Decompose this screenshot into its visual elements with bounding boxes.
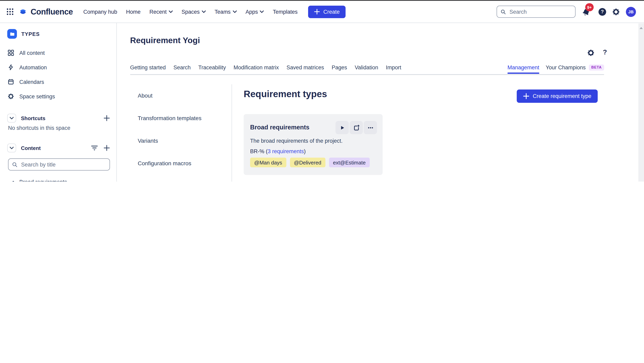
shortcuts-title: Shortcuts: [21, 115, 45, 121]
sidebar-item-space-settings[interactable]: Space settings: [0, 89, 116, 104]
plus-icon: [314, 9, 320, 15]
submenu-item-variants[interactable]: Variants: [133, 129, 232, 152]
tab-validation[interactable]: Validation: [355, 65, 378, 71]
calendar-icon: [8, 79, 14, 85]
card-actions: [336, 121, 377, 134]
tab-modification-matrix[interactable]: Modification matrix: [234, 65, 279, 71]
tab-pages[interactable]: Pages: [332, 65, 347, 71]
label-pill[interactable]: ext@Estimate: [329, 158, 370, 167]
card-title: Broad requirements: [250, 124, 310, 131]
confluence-wordmark: Confluence: [30, 7, 73, 16]
requirements-count-link[interactable]: 3 requirements: [268, 148, 304, 154]
ry-help-icon[interactable]: ?: [603, 48, 607, 56]
shortcuts-empty-text: No shortcuts in this space: [8, 125, 70, 131]
search-by-title-input[interactable]: [20, 161, 106, 168]
card-labels: @Man days @Delivered ext@Estimate: [250, 158, 370, 167]
search-icon: [12, 161, 18, 168]
run-button[interactable]: [336, 121, 349, 134]
card-key-line: BR-% (3 requirements): [250, 148, 306, 154]
space-header[interactable]: TYPES: [7, 29, 40, 39]
lightning-icon: [8, 64, 14, 71]
search-icon: [500, 9, 506, 15]
shortcuts-section-header: Shortcuts: [7, 113, 110, 123]
add-shortcut-icon[interactable]: [104, 115, 110, 121]
scrollbar-up-arrow-icon[interactable]: [640, 27, 643, 29]
content-collapse-button[interactable]: [7, 144, 16, 152]
submenu-item-key-suggestions[interactable]: Key suggestions: [133, 175, 232, 182]
nav-item-home[interactable]: Home: [126, 9, 140, 15]
topnav-right-cluster: 9+ ? JB: [496, 5, 636, 18]
beta-badge: BETA: [589, 65, 604, 71]
submenu-item-about[interactable]: About: [133, 84, 232, 107]
label-pill[interactable]: @Delivered: [290, 158, 325, 167]
vertical-scrollbar[interactable]: [638, 23, 644, 182]
tab-saved-matrices[interactable]: Saved matrices: [286, 65, 324, 71]
tab-getting-started[interactable]: Getting started: [130, 65, 166, 71]
sidebar-search[interactable]: [8, 158, 110, 171]
tab-your-champions[interactable]: Your Champions BETA: [546, 65, 604, 71]
user-avatar[interactable]: JB: [626, 7, 636, 17]
confluence-window: Confluence Company hub Home Recent Space…: [0, 0, 644, 182]
bullet-dot: [12, 181, 14, 182]
chevron-down-icon: [232, 11, 236, 13]
nav-item-spaces[interactable]: Spaces: [182, 9, 206, 15]
tab-divider: [130, 74, 604, 75]
chevron-down-icon: [169, 11, 173, 13]
confluence-logo[interactable]: Confluence: [19, 7, 73, 16]
nav-item-teams[interactable]: Teams: [215, 9, 237, 15]
nav-item-recent[interactable]: Recent: [150, 9, 173, 15]
submenu-item-configuration-macros[interactable]: Configuration macros: [133, 152, 232, 175]
chevron-down-icon: [10, 147, 14, 149]
app-switcher-icon[interactable]: [6, 8, 14, 15]
tab-import[interactable]: Import: [386, 65, 401, 71]
label-pill[interactable]: @Man days: [250, 158, 286, 167]
search-input[interactable]: [509, 8, 572, 15]
space-name: TYPES: [21, 31, 40, 37]
play-icon: [339, 125, 345, 130]
chevron-down-icon: [202, 11, 206, 13]
sidebar-item-automation[interactable]: Automation: [0, 60, 116, 75]
nav-item-apps[interactable]: Apps: [246, 9, 264, 15]
more-actions-button[interactable]: [364, 121, 377, 134]
chevron-down-icon: [260, 11, 264, 13]
nav-item-templates[interactable]: Templates: [273, 9, 298, 15]
sidebar-item-calendars[interactable]: Calendars: [0, 75, 116, 89]
shortcuts-collapse-button[interactable]: [7, 114, 16, 123]
plus-icon: [523, 93, 529, 99]
chevron-down-icon: [10, 117, 14, 119]
filter-icon[interactable]: [91, 145, 98, 151]
create-requirement-type-button[interactable]: Create requirement type: [517, 90, 598, 103]
panel-heading: Requirement types: [244, 89, 327, 100]
settings-gear-icon[interactable]: [612, 8, 620, 16]
confluence-logo-icon: [19, 8, 27, 16]
notifications-button[interactable]: 9+: [582, 5, 592, 18]
copy-add-button[interactable]: [350, 121, 363, 134]
space-folder-icon: [7, 29, 17, 39]
nav-item-company-hub[interactable]: Company hub: [83, 9, 117, 15]
requirement-type-card: Broad requirements The broad requirement…: [244, 114, 382, 175]
global-search[interactable]: [496, 6, 576, 18]
tab-search[interactable]: Search: [174, 65, 191, 71]
ry-settings-gear-icon[interactable]: [587, 49, 594, 57]
space-sidebar: TYPES All content Automation Calendars S…: [0, 23, 117, 182]
gear-icon: [8, 93, 14, 100]
ellipsis-icon: [367, 124, 374, 131]
page-title: Requirement Yogi: [130, 36, 200, 45]
copy-plus-icon: [353, 124, 360, 131]
page-item-broad-requirements[interactable]: Broad requirements: [0, 175, 116, 182]
grid-icon: [8, 50, 14, 56]
top-navigation-bar: Confluence Company hub Home Recent Space…: [0, 1, 644, 23]
primary-nav-menu: Company hub Home Recent Spaces Teams App…: [83, 9, 298, 15]
tab-traceability[interactable]: Traceability: [198, 65, 226, 71]
ry-tab-bar: Getting started Search Traceability Modi…: [130, 65, 604, 74]
notification-count-badge: 9+: [585, 3, 594, 11]
tab-management[interactable]: Management: [508, 65, 539, 71]
add-content-icon[interactable]: [104, 145, 110, 151]
create-button[interactable]: Create: [308, 6, 346, 18]
card-description: The broad requirements of the project.: [250, 138, 342, 144]
help-icon[interactable]: ?: [598, 8, 606, 16]
content-section-header: Content: [7, 143, 110, 153]
submenu-item-transformation-templates[interactable]: Transformation templates: [133, 107, 232, 129]
management-submenu: About Transformation templates Variants …: [133, 84, 232, 182]
sidebar-item-all-content[interactable]: All content: [0, 46, 116, 60]
